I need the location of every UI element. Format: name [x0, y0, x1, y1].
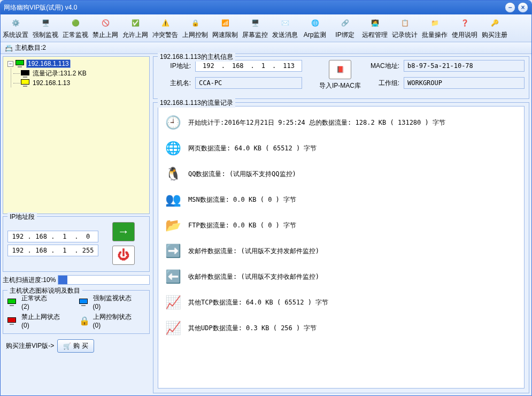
minimize-button[interactable]: −	[505, 2, 515, 13]
toolbar-label: 记录统计	[392, 31, 418, 40]
log-row: 📈其他UDP数据流量: 0.3 KB ( 256 ) 字节	[161, 315, 521, 341]
toolbar-label: 远程管理	[362, 31, 388, 40]
toolbar-label: IP绑定	[335, 31, 354, 40]
toolbar-label: 批量操作	[422, 31, 448, 40]
host-tree[interactable]: − 192.168.1.113 流量记录:131.2 KB 192.168.1.…	[3, 56, 150, 214]
udp-icon: 📈	[164, 318, 183, 338]
tree-host-1[interactable]: 192.168.1.113	[26, 59, 71, 68]
traffic-log-list[interactable]: 🕘开始统计于:2016年12月21日 9:25:24 总的数据流量: 128.2…	[158, 106, 525, 389]
main-toolbar: ⚙️系统设置🖥️强制监视🟢正常监视🚫禁止上网✅允许上网⚠️冲突警告🔒上网控制📶网…	[1, 14, 531, 42]
ip-range-legend: IP地址段	[7, 212, 37, 222]
toolbar-label: 允许上网	[122, 31, 148, 40]
status-legend-panel: 主机状态图标说明及数目 正常状态 (2) 强制监视状态 (0)	[3, 290, 150, 334]
hostname-field: CCA-PC	[195, 77, 302, 89]
speed-icon: 📶	[219, 17, 232, 29]
stats-icon: 📋	[398, 17, 411, 29]
scan-stop-button[interactable]: ⏻	[112, 246, 135, 265]
toolbar-item[interactable]: 🟢正常监视	[60, 16, 90, 41]
gear-icon: ⚙️	[9, 17, 22, 29]
toolbar-label: 强制监视	[33, 31, 58, 40]
log-text: QQ数据流量: (试用版不支持QQ监控)	[188, 170, 296, 179]
ip-start-input[interactable]: 192.168.1.0	[7, 231, 98, 242]
toolbar-item[interactable]: 🖥️强制监视	[30, 16, 60, 41]
block-icon: 🚫	[99, 17, 112, 29]
log-row: 🐧QQ数据流量: (试用版不支持QQ监控)	[161, 161, 521, 187]
toolbar-item[interactable]: ✉️发送消息	[270, 16, 300, 41]
log-row: 📈其他TCP数据流量: 64.0 KB ( 65512 ) 字节	[161, 290, 521, 315]
allow-icon: ✅	[129, 17, 142, 29]
tree-traffic[interactable]: 流量记录:131.2 KB	[32, 69, 88, 78]
toolbar-item[interactable]: 🔗IP绑定	[330, 16, 360, 41]
log-text: FTP数据流量: 0.0 KB ( 0 ) 字节	[188, 221, 296, 230]
send-icon: ✉️	[279, 17, 291, 29]
status-ctrl-label: 上网控制状态	[93, 313, 132, 322]
toolbar-item[interactable]: 📶网速限制	[210, 16, 240, 41]
recv-mail-icon: ⬅️	[164, 267, 183, 286]
mac-label: MAC地址:	[367, 62, 399, 71]
log-row: 🕘开始统计于:2016年12月21日 9:25:24 总的数据流量: 128.2…	[161, 110, 521, 135]
log-text: 网页数据流量: 64.0 KB ( 65512 ) 字节	[188, 144, 317, 153]
status-force-label: 强制监视状态	[93, 294, 132, 303]
monitor-green-icon	[7, 299, 16, 306]
monitor-green-icon: 🟢	[69, 17, 82, 29]
toolbar-item[interactable]: ⚠️冲突警告	[150, 16, 180, 41]
toolbar-item[interactable]: ⚙️系统设置	[1, 16, 30, 41]
remote-icon: 🧑‍💻	[368, 17, 381, 29]
toolbar-label: 禁止上网	[92, 31, 118, 40]
log-row: 🌐网页数据流量: 64.0 KB ( 65512 ) 字节	[161, 135, 521, 161]
host-info-legend: 192.168.1.113的主机信息	[158, 52, 235, 62]
toolbar-label: 发送消息	[272, 31, 298, 40]
toolbar-label: 正常监视	[63, 31, 88, 40]
toolbar-item[interactable]: 🌐Arp监测	[300, 16, 330, 41]
mac-field: b8-97-5a-21-10-78	[404, 60, 525, 72]
ip-field[interactable]: 192.168.1.113	[195, 60, 302, 72]
toolbar-item[interactable]: 📁批量操作	[420, 16, 450, 41]
status-ctrl-count: (0)	[93, 322, 132, 329]
log-text: 其他TCP数据流量: 64.0 KB ( 65512 ) 字节	[188, 298, 328, 307]
status-force-count: (0)	[93, 303, 132, 310]
scan-start-button[interactable]: →	[112, 222, 135, 241]
log-text: 开始统计于:2016年12月21日 9:25:24 总的数据流量: 128.2 …	[188, 118, 445, 127]
toolbar-item[interactable]: 🧑‍💻远程管理	[360, 16, 390, 41]
scan-progress-label: 主机扫描进度:10%	[3, 276, 56, 285]
toolbar-item[interactable]: 🔒上网控制	[180, 16, 210, 41]
log-row: 👥MSN数据流量: 0.0 KB ( 0 ) 字节	[161, 187, 521, 212]
workgroup-label: 工作组:	[367, 79, 399, 88]
import-ipmac-button[interactable]: 📕	[329, 60, 351, 79]
scan-progress-bar	[58, 275, 150, 285]
titlebar[interactable]: 网络幽狗VIP版(试用) v4.0 − ×	[1, 1, 531, 14]
power-icon: ⏻	[118, 248, 129, 262]
toolbar-item[interactable]: 🚫禁止上网	[90, 16, 120, 41]
tree-expander[interactable]: −	[7, 61, 13, 67]
monitor-activity-icon	[21, 70, 29, 78]
window-title: 网络幽狗VIP版(试用) v4.0	[4, 3, 503, 12]
toolbar-item[interactable]: ❓使用说明	[450, 16, 480, 41]
traffic-log-legend: 192.168.1.113的流量记录	[158, 98, 235, 108]
monitor-icon: 🖥️	[39, 17, 52, 29]
buy-row: 购买注册VIP版-> 🛒 购 买	[3, 336, 150, 356]
log-row: ⬅️收邮件数据流量: (试用版不支持收邮件监控)	[161, 264, 521, 290]
toolbar-label: 冲突警告	[152, 31, 178, 40]
ip-end-input[interactable]: 192.168.1.255	[7, 245, 98, 256]
close-button[interactable]: ×	[518, 2, 528, 13]
buy-button-label: 购 买	[73, 341, 88, 351]
toolbar-item[interactable]: 🔑购买注册	[480, 16, 510, 41]
arrow-right-icon: →	[118, 225, 129, 239]
toolbar-item[interactable]: 🖥️屏幕监控	[240, 16, 270, 41]
status-block-label: 禁止上网状态	[21, 313, 60, 322]
buy-button[interactable]: 🛒 购 买	[57, 339, 94, 353]
toolbar-item[interactable]: 📋记录统计	[390, 16, 420, 41]
lock-icon: 🔒	[79, 316, 90, 326]
help-icon: ❓	[458, 17, 471, 29]
batch-icon: 📁	[428, 17, 441, 29]
host-info-panel: 192.168.1.113的主机信息 IP地址: 192.168.1.113 主…	[153, 56, 529, 99]
toolbar-label: 使用说明	[452, 31, 477, 40]
msn-icon: 👥	[164, 190, 183, 209]
key-icon: 🔑	[488, 17, 501, 29]
status-normal-count: (2)	[21, 303, 47, 310]
toolbar-item[interactable]: ✅允许上网	[120, 16, 150, 41]
toolbar-label: Arp监测	[304, 31, 327, 40]
log-row: ➡️发邮件数据流量: (试用版不支持发邮件监控)	[161, 238, 521, 264]
tree-host-2[interactable]: 192.168.1.13	[32, 79, 71, 87]
status-block-count: (0)	[21, 322, 60, 329]
